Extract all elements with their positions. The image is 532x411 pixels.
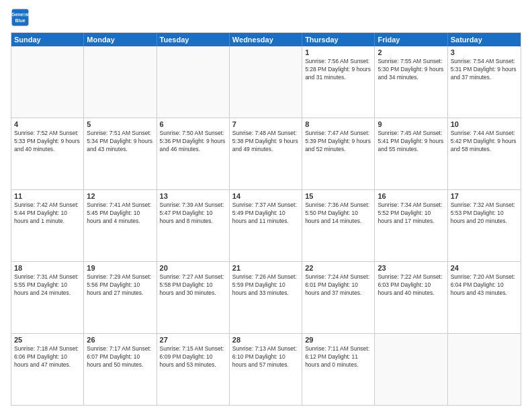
calendar-cell: 17Sunrise: 7:32 AM Sunset: 5:53 PM Dayli… <box>448 190 521 261</box>
calendar-row: 18Sunrise: 7:31 AM Sunset: 5:55 PM Dayli… <box>11 261 521 333</box>
day-info: Sunrise: 7:11 AM Sunset: 6:12 PM Dayligh… <box>305 345 371 369</box>
calendar-cell <box>230 46 302 118</box>
calendar-cell: 16Sunrise: 7:34 AM Sunset: 5:52 PM Dayli… <box>375 190 447 261</box>
day-number: 9 <box>378 120 444 128</box>
day-number: 16 <box>378 192 444 200</box>
calendar-header-cell: Sunday <box>11 33 84 46</box>
day-number: 15 <box>305 192 371 200</box>
day-number: 2 <box>378 48 444 56</box>
day-number: 12 <box>87 192 153 200</box>
calendar-cell: 13Sunrise: 7:39 AM Sunset: 5:47 PM Dayli… <box>157 190 230 261</box>
day-info: Sunrise: 7:36 AM Sunset: 5:50 PM Dayligh… <box>305 201 371 226</box>
calendar-cell <box>157 46 230 118</box>
day-number: 28 <box>232 336 299 344</box>
calendar-cell: 23Sunrise: 7:22 AM Sunset: 6:03 PM Dayli… <box>375 262 447 333</box>
calendar-row: 4Sunrise: 7:52 AM Sunset: 5:33 PM Daylig… <box>11 118 521 189</box>
day-info: Sunrise: 7:22 AM Sunset: 6:03 PM Dayligh… <box>378 273 444 298</box>
day-number: 25 <box>14 336 81 344</box>
day-number: 8 <box>305 120 371 128</box>
calendar-cell: 21Sunrise: 7:26 AM Sunset: 5:59 PM Dayli… <box>230 262 302 333</box>
day-info: Sunrise: 7:13 AM Sunset: 6:10 PM Dayligh… <box>232 345 299 369</box>
calendar-cell: 1Sunrise: 7:56 AM Sunset: 5:28 PM Daylig… <box>302 46 375 118</box>
header: General Blue <box>11 8 521 27</box>
day-info: Sunrise: 7:39 AM Sunset: 5:47 PM Dayligh… <box>160 201 226 226</box>
day-number: 5 <box>87 120 153 128</box>
calendar-body: 1Sunrise: 7:56 AM Sunset: 5:28 PM Daylig… <box>11 46 521 405</box>
day-number: 3 <box>451 48 518 56</box>
logo: General Blue <box>11 8 32 27</box>
calendar-header-cell: Wednesday <box>230 33 302 46</box>
day-info: Sunrise: 7:37 AM Sunset: 5:49 PM Dayligh… <box>232 201 299 226</box>
day-info: Sunrise: 7:44 AM Sunset: 5:42 PM Dayligh… <box>451 130 518 154</box>
calendar-cell: 15Sunrise: 7:36 AM Sunset: 5:50 PM Dayli… <box>302 190 375 261</box>
calendar-cell: 20Sunrise: 7:27 AM Sunset: 5:58 PM Dayli… <box>157 262 230 333</box>
day-number: 19 <box>87 264 153 272</box>
calendar-header-cell: Friday <box>375 33 447 46</box>
calendar-cell: 5Sunrise: 7:51 AM Sunset: 5:34 PM Daylig… <box>84 118 157 189</box>
calendar-cell <box>84 46 157 118</box>
calendar-header: SundayMondayTuesdayWednesdayThursdayFrid… <box>11 33 521 46</box>
day-info: Sunrise: 7:51 AM Sunset: 5:34 PM Dayligh… <box>87 130 153 154</box>
calendar-cell: 25Sunrise: 7:18 AM Sunset: 6:06 PM Dayli… <box>11 334 84 405</box>
day-number: 18 <box>14 264 81 272</box>
calendar-cell <box>448 334 521 405</box>
calendar-cell: 26Sunrise: 7:17 AM Sunset: 6:07 PM Dayli… <box>84 334 157 405</box>
day-info: Sunrise: 7:50 AM Sunset: 5:36 PM Dayligh… <box>160 130 226 154</box>
calendar-header-cell: Saturday <box>448 33 521 46</box>
day-number: 10 <box>451 120 518 128</box>
day-number: 13 <box>160 192 226 200</box>
day-info: Sunrise: 7:54 AM Sunset: 5:31 PM Dayligh… <box>451 58 518 82</box>
calendar-cell: 19Sunrise: 7:29 AM Sunset: 5:56 PM Dayli… <box>84 262 157 333</box>
calendar-cell: 18Sunrise: 7:31 AM Sunset: 5:55 PM Dayli… <box>11 262 84 333</box>
calendar-header-cell: Tuesday <box>157 33 230 46</box>
calendar-cell: 7Sunrise: 7:48 AM Sunset: 5:38 PM Daylig… <box>230 118 302 189</box>
day-number: 29 <box>305 336 371 344</box>
day-number: 11 <box>14 192 81 200</box>
day-info: Sunrise: 7:26 AM Sunset: 5:59 PM Dayligh… <box>232 273 299 298</box>
calendar-cell: 8Sunrise: 7:47 AM Sunset: 5:39 PM Daylig… <box>302 118 375 189</box>
day-info: Sunrise: 7:29 AM Sunset: 5:56 PM Dayligh… <box>87 273 153 298</box>
calendar-cell: 2Sunrise: 7:55 AM Sunset: 5:30 PM Daylig… <box>375 46 447 118</box>
calendar-cell: 9Sunrise: 7:45 AM Sunset: 5:41 PM Daylig… <box>375 118 447 189</box>
day-info: Sunrise: 7:55 AM Sunset: 5:30 PM Dayligh… <box>378 58 444 82</box>
calendar-row: 25Sunrise: 7:18 AM Sunset: 6:06 PM Dayli… <box>11 333 521 405</box>
day-info: Sunrise: 7:24 AM Sunset: 6:01 PM Dayligh… <box>305 273 371 298</box>
day-number: 22 <box>305 264 371 272</box>
day-info: Sunrise: 7:48 AM Sunset: 5:38 PM Dayligh… <box>232 130 299 154</box>
calendar-header-cell: Monday <box>84 33 157 46</box>
day-number: 21 <box>232 264 299 272</box>
calendar-cell: 11Sunrise: 7:42 AM Sunset: 5:44 PM Dayli… <box>11 190 84 261</box>
day-info: Sunrise: 7:17 AM Sunset: 6:07 PM Dayligh… <box>87 345 153 369</box>
calendar: SundayMondayTuesdayWednesdayThursdayFrid… <box>11 32 521 406</box>
calendar-cell: 22Sunrise: 7:24 AM Sunset: 6:01 PM Dayli… <box>302 262 375 333</box>
day-number: 14 <box>232 192 299 200</box>
calendar-cell: 4Sunrise: 7:52 AM Sunset: 5:33 PM Daylig… <box>11 118 84 189</box>
calendar-cell: 14Sunrise: 7:37 AM Sunset: 5:49 PM Dayli… <box>230 190 302 261</box>
day-info: Sunrise: 7:47 AM Sunset: 5:39 PM Dayligh… <box>305 130 371 154</box>
calendar-row: 11Sunrise: 7:42 AM Sunset: 5:44 PM Dayli… <box>11 189 521 261</box>
day-number: 1 <box>305 48 371 56</box>
calendar-cell: 27Sunrise: 7:15 AM Sunset: 6:09 PM Dayli… <box>157 334 230 405</box>
day-number: 7 <box>232 120 299 128</box>
calendar-header-cell: Thursday <box>302 33 375 46</box>
calendar-cell: 6Sunrise: 7:50 AM Sunset: 5:36 PM Daylig… <box>157 118 230 189</box>
calendar-cell <box>375 334 447 405</box>
svg-text:Blue: Blue <box>15 18 25 23</box>
day-number: 17 <box>451 192 518 200</box>
day-info: Sunrise: 7:27 AM Sunset: 5:58 PM Dayligh… <box>160 273 226 298</box>
logo-icon: General Blue <box>11 8 30 27</box>
day-info: Sunrise: 7:52 AM Sunset: 5:33 PM Dayligh… <box>14 130 81 154</box>
svg-rect-0 <box>12 9 29 26</box>
day-number: 23 <box>378 264 444 272</box>
calendar-cell: 24Sunrise: 7:20 AM Sunset: 6:04 PM Dayli… <box>448 262 521 333</box>
day-info: Sunrise: 7:15 AM Sunset: 6:09 PM Dayligh… <box>160 345 226 369</box>
day-info: Sunrise: 7:56 AM Sunset: 5:28 PM Dayligh… <box>305 58 371 82</box>
calendar-cell: 3Sunrise: 7:54 AM Sunset: 5:31 PM Daylig… <box>448 46 521 118</box>
calendar-row: 1Sunrise: 7:56 AM Sunset: 5:28 PM Daylig… <box>11 46 521 118</box>
calendar-cell: 12Sunrise: 7:41 AM Sunset: 5:45 PM Dayli… <box>84 190 157 261</box>
day-number: 4 <box>14 120 81 128</box>
page: General Blue SundayMondayTuesdayWednesda… <box>0 0 532 411</box>
calendar-cell <box>11 46 84 118</box>
day-info: Sunrise: 7:31 AM Sunset: 5:55 PM Dayligh… <box>14 273 81 298</box>
calendar-cell: 28Sunrise: 7:13 AM Sunset: 6:10 PM Dayli… <box>230 334 302 405</box>
